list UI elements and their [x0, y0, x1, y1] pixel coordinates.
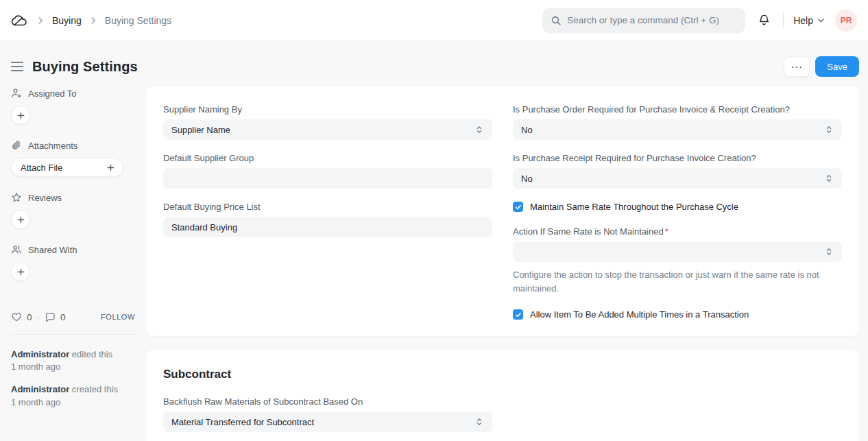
add-review-button[interactable] [11, 210, 30, 229]
maintain-same-rate-checkbox[interactable]: Maintain Same Rate Throughout the Purcha… [513, 202, 842, 212]
checkbox-checked-icon [513, 202, 523, 212]
activity-edited: Administrator edited this 1 month ago [11, 348, 135, 373]
social-row: 0 · 0 FOLLOW [11, 311, 135, 322]
checkbox-checked-icon [513, 309, 523, 320]
assign-user-plus-icon [11, 88, 22, 99]
plus-icon [16, 111, 25, 120]
assigned-to-label: Assigned To [28, 88, 77, 99]
po-required-select[interactable]: No [513, 119, 842, 140]
dot-separator: · [37, 312, 40, 322]
select-chevrons-icon [824, 125, 834, 134]
search-icon [551, 15, 562, 26]
add-share-button[interactable] [11, 262, 30, 281]
select-chevrons-icon [474, 417, 484, 427]
field-supplier-naming-by: Supplier Naming By Supplier Name [163, 104, 492, 140]
paperclip-icon [11, 140, 22, 151]
chevron-right-icon [88, 16, 98, 25]
sidebar-toggle-icon[interactable] [11, 60, 23, 73]
attachments-section: Attachments Attach File [11, 140, 135, 177]
action-same-rate-select[interactable] [513, 241, 842, 262]
backflush-select[interactable]: Material Transferred for Subcontract [163, 412, 492, 432]
allow-multiple-items-checkbox[interactable]: Allow Item To Be Added Multiple Times in… [513, 309, 842, 320]
field-action-same-rate: Action If Same Rate is Not Maintained* C… [513, 226, 842, 296]
reviews-label: Reviews [28, 193, 62, 203]
field-default-buying-price-list: Default Buying Price List Standard Buyin… [163, 202, 492, 237]
plus-icon [106, 163, 115, 172]
plus-icon [16, 215, 25, 224]
save-button[interactable]: Save [815, 56, 859, 77]
field-pr-required: Is Purchase Receipt Required for Purchas… [513, 153, 842, 189]
field-po-required: Is Purchase Order Required for Purchase … [513, 104, 842, 140]
navbar-divider [783, 13, 784, 28]
help-menu[interactable]: Help [793, 15, 825, 26]
subcontract-card: Subcontract Backflush Raw Materials of S… [146, 350, 859, 441]
more-options-button[interactable]: ··· [784, 56, 810, 77]
star-icon [11, 192, 22, 203]
search-input[interactable] [567, 15, 737, 25]
field-label: Default Buying Price List [163, 202, 492, 212]
pr-required-select[interactable]: No [513, 168, 842, 189]
activity-created: Administrator created this 1 month ago [11, 383, 135, 408]
plus-icon [16, 267, 25, 276]
required-asterisk: * [665, 226, 668, 237]
checkbox-label: Allow Item To Be Added Multiple Times in… [530, 309, 749, 320]
chevron-down-icon [817, 16, 825, 25]
supplier-naming-by-select[interactable]: Supplier Name [163, 119, 492, 140]
field-label: Action If Same Rate is Not Maintained* [513, 226, 842, 237]
attachments-label: Attachments [28, 141, 77, 151]
chevron-right-icon [36, 16, 45, 25]
field-default-supplier-group: Default Supplier Group [163, 153, 492, 189]
page-header: Buying Settings ··· Save [0, 41, 868, 86]
breadcrumb-item-buying-settings[interactable]: Buying Settings [105, 15, 171, 26]
field-help-text: Configure the action to stop the transac… [513, 268, 828, 296]
shared-with-section: Shared With [11, 244, 135, 281]
app-logo-cloud-icon[interactable] [10, 11, 29, 30]
subcontract-section-title: Subcontract [163, 368, 842, 381]
field-backflush: Backflush Raw Materials of Subcontract B… [163, 396, 492, 432]
like-count: 0 [27, 312, 32, 322]
follow-button[interactable]: FOLLOW [101, 313, 135, 321]
field-label: Is Purchase Receipt Required for Purchas… [513, 153, 842, 163]
user-avatar[interactable]: PR [835, 10, 857, 32]
field-label: Backflush Raw Materials of Subcontract B… [163, 396, 492, 407]
attach-file-label: Attach File [21, 163, 62, 173]
navbar-actions: Help PR [542, 8, 857, 33]
comment-count: 0 [60, 312, 66, 322]
attach-file-button[interactable]: Attach File [11, 158, 123, 177]
page-title: Buying Settings [32, 59, 138, 75]
sidebar-divider [11, 334, 135, 335]
default-supplier-group-input[interactable] [163, 168, 492, 189]
form-body: Supplier Naming By Supplier Name Default… [146, 86, 859, 441]
notifications-bell-icon[interactable] [755, 11, 773, 29]
field-label: Default Supplier Group [163, 153, 492, 163]
ellipsis-icon: ··· [791, 61, 803, 72]
field-label: Is Purchase Order Required for Purchase … [513, 104, 842, 115]
help-label: Help [793, 15, 813, 26]
form-sidebar: Assigned To Attachments Attach File [0, 86, 146, 419]
reviews-section: Reviews [11, 192, 135, 229]
breadcrumb: Buying Buying Settings [10, 11, 171, 30]
select-chevrons-icon [824, 247, 834, 257]
settings-card: Supplier Naming By Supplier Name Default… [146, 86, 859, 336]
users-icon [11, 244, 22, 255]
comment-icon[interactable] [45, 311, 56, 322]
default-buying-price-list-input[interactable]: Standard Buying [163, 217, 492, 237]
assigned-to-section: Assigned To [11, 88, 135, 125]
select-chevrons-icon [474, 125, 484, 134]
select-chevrons-icon [824, 174, 834, 183]
left-column: Supplier Naming By Supplier Name Default… [163, 104, 492, 325]
global-search[interactable] [542, 8, 745, 33]
checkbox-label: Maintain Same Rate Throughout the Purcha… [530, 202, 738, 212]
right-column: Is Purchase Order Required for Purchase … [513, 104, 842, 325]
add-assignment-button[interactable] [11, 106, 30, 125]
shared-with-label: Shared With [28, 245, 77, 255]
heart-icon[interactable] [11, 311, 22, 322]
top-navbar: Buying Buying Settings Help PR [0, 0, 868, 41]
breadcrumb-item-buying[interactable]: Buying [52, 15, 82, 26]
field-label: Supplier Naming By [163, 104, 492, 115]
